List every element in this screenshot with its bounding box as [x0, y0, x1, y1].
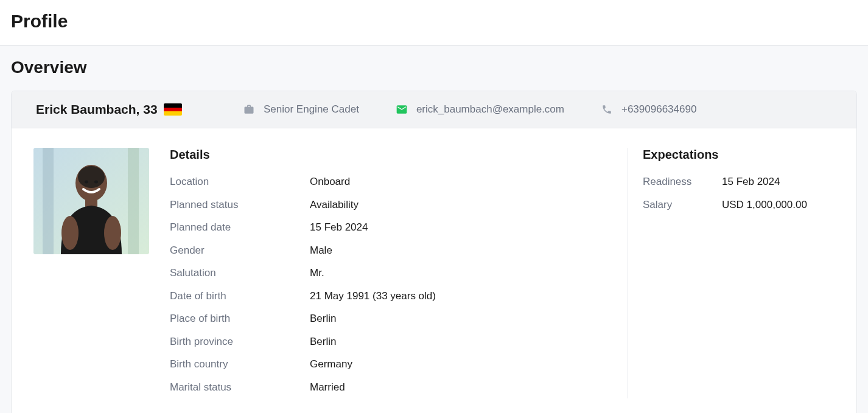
details-title: Details	[170, 148, 601, 162]
details-row: Planned date15 Feb 2024	[170, 216, 601, 239]
page-title: Profile	[11, 11, 857, 32]
profile-name: Erick Baumbach, 33	[36, 102, 158, 117]
details-value: Married	[310, 380, 345, 395]
details-value: Berlin	[310, 334, 336, 350]
details-value: Berlin	[310, 311, 336, 327]
expectations-column: Expectations Readiness15 Feb 2024SalaryU…	[628, 148, 835, 398]
photo-column	[33, 148, 155, 398]
page-header: Profile	[0, 0, 868, 46]
details-key: Planned status	[170, 197, 310, 213]
svg-rect-2	[128, 148, 139, 254]
details-row: Marital statusMarried	[170, 376, 601, 399]
flag-icon	[164, 103, 182, 116]
expectations-list: Readiness15 Feb 2024SalaryUSD 1,000,000.…	[643, 170, 835, 216]
expectations-value: 15 Feb 2024	[722, 174, 835, 190]
expectations-value: USD 1,000,000.00	[722, 197, 835, 213]
svg-point-9	[94, 181, 98, 184]
svg-point-7	[104, 216, 121, 250]
details-list: LocationOnboardPlanned statusAvailabilit…	[170, 170, 601, 398]
mail-icon	[396, 103, 408, 116]
profile-card-header: Erick Baumbach, 33 Senior Engine Cadet	[12, 91, 856, 128]
details-key: Planned date	[170, 220, 310, 235]
expectations-title: Expectations	[643, 148, 835, 162]
profile-card-body: Details LocationOnboardPlanned statusAva…	[12, 128, 856, 413]
email-value: erick_baumbach@example.com	[416, 103, 564, 116]
phone-item[interactable]: +639096634690	[601, 103, 696, 116]
avatar	[33, 148, 149, 254]
position-item: Senior Engine Cadet	[243, 103, 359, 116]
position-value: Senior Engine Cadet	[264, 103, 359, 116]
expectations-row: SalaryUSD 1,000,000.00	[643, 193, 835, 217]
briefcase-icon	[243, 103, 255, 116]
overview-title: Overview	[11, 58, 857, 77]
details-row: Place of birthBerlin	[170, 307, 601, 330]
details-row: Birth provinceBerlin	[170, 330, 601, 353]
details-row: Date of birth21 May 1991 (33 years old)	[170, 285, 601, 308]
details-key: Birth country	[170, 356, 310, 372]
name-block: Erick Baumbach, 33	[36, 102, 206, 117]
body-section: Overview Erick Baumbach, 33 Senior Engin…	[0, 46, 868, 413]
details-row: Planned statusAvailability	[170, 193, 601, 217]
svg-point-6	[61, 216, 79, 250]
details-value: Male	[310, 243, 332, 259]
profile-card: Erick Baumbach, 33 Senior Engine Cadet	[11, 91, 857, 413]
details-row: GenderMale	[170, 239, 601, 262]
details-value: Germany	[310, 356, 352, 372]
details-value: Mr.	[310, 265, 324, 281]
details-key: Place of birth	[170, 311, 310, 327]
details-value: Availability	[310, 197, 359, 213]
details-row: SalutationMr.	[170, 262, 601, 285]
expectations-row: Readiness15 Feb 2024	[643, 170, 835, 193]
svg-rect-1	[43, 148, 54, 254]
expectations-key: Readiness	[643, 174, 722, 190]
phone-icon	[601, 103, 613, 116]
details-key: Location	[170, 174, 310, 190]
details-key: Gender	[170, 243, 310, 259]
details-row: Birth countryGermany	[170, 353, 601, 376]
details-key: Date of birth	[170, 288, 310, 304]
details-key: Marital status	[170, 380, 310, 395]
details-row: LocationOnboard	[170, 170, 601, 193]
details-value: Onboard	[310, 174, 350, 190]
svg-point-8	[85, 181, 88, 184]
details-key: Salutation	[170, 265, 310, 281]
expectations-key: Salary	[643, 197, 722, 213]
phone-value: +639096634690	[621, 103, 696, 116]
svg-point-4	[78, 166, 105, 188]
details-key: Birth province	[170, 334, 310, 350]
details-value: 15 Feb 2024	[310, 220, 368, 235]
details-column: Details LocationOnboardPlanned statusAva…	[170, 148, 613, 398]
details-value: 21 May 1991 (33 years old)	[310, 288, 436, 304]
email-item[interactable]: erick_baumbach@example.com	[396, 103, 564, 116]
